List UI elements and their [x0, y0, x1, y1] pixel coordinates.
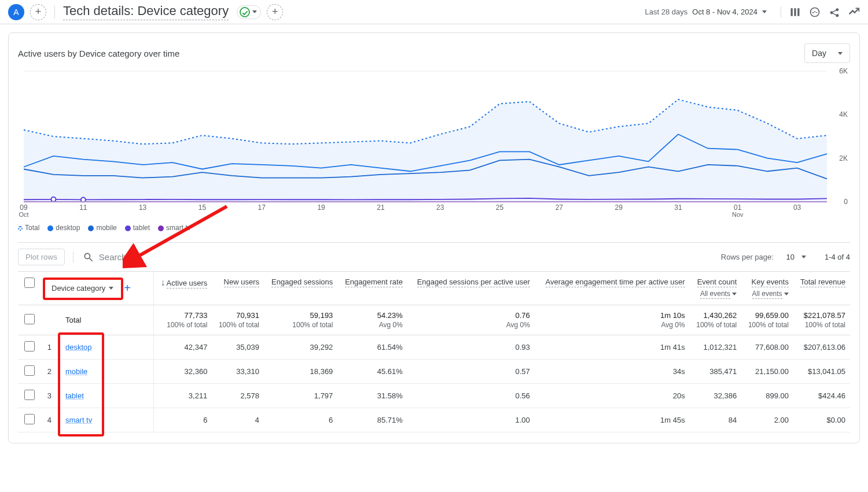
add-filter-button[interactable]: +: [267, 4, 283, 20]
svg-point-5: [51, 197, 56, 202]
cell: 6: [264, 408, 337, 432]
totals-cell: 59,193100% of total: [264, 305, 337, 335]
row-checkbox[interactable]: [24, 365, 35, 376]
chevron-down-icon: [801, 256, 806, 258]
chart-container: 02K4K6K09Oct111315171921232527293101Nov0…: [18, 68, 850, 218]
cell: 35,039: [212, 335, 264, 360]
row-name[interactable]: tablet: [61, 384, 153, 408]
realtime-icon[interactable]: [809, 6, 821, 18]
column-total-revenue[interactable]: Total revenue: [793, 272, 850, 305]
dimension-label: Device category: [52, 284, 105, 293]
svg-text:6K: 6K: [839, 68, 848, 75]
report-panel: Active users by Device category over tim…: [8, 32, 860, 443]
totals-cell: 0.76Avg 0%: [407, 305, 535, 335]
row-index: 4: [41, 408, 61, 432]
totals-cell: 54.23%Avg 0%: [337, 305, 407, 335]
svg-text:4K: 4K: [839, 110, 848, 119]
column-engagement-rate[interactable]: Engagement rate: [337, 272, 407, 305]
cell: 39,292: [264, 335, 337, 360]
cell: 32,386: [690, 384, 742, 408]
table-row: 2 mobile 32,360 33,310 18,369 45.61% 0.5…: [18, 360, 850, 384]
cell: 1,012,321: [690, 335, 742, 360]
svg-text:19: 19: [317, 204, 325, 212]
row-name[interactable]: desktop: [61, 335, 153, 360]
row-checkbox[interactable]: [24, 390, 35, 400]
cell: 21,150.00: [741, 360, 793, 384]
search-icon: [83, 251, 94, 263]
cell: 0.56: [407, 384, 535, 408]
svg-text:0: 0: [844, 198, 848, 206]
legend-item-total[interactable]: Total: [18, 224, 39, 232]
column-avg-engagement-time[interactable]: Average engagement time per active user: [535, 272, 690, 305]
rows-per-page-label: Rows per page:: [721, 253, 774, 261]
column-active-users[interactable]: ↓Active users: [153, 272, 212, 305]
column-key-events[interactable]: Key eventsAll events: [741, 272, 793, 305]
share-icon[interactable]: [829, 6, 840, 18]
cell: 2,578: [212, 384, 264, 408]
cell: $424.46: [793, 384, 850, 408]
svg-text:2K: 2K: [839, 154, 848, 162]
row-checkbox[interactable]: [24, 314, 35, 324]
svg-text:13: 13: [139, 204, 147, 212]
svg-text:23: 23: [436, 204, 444, 212]
svg-text:01: 01: [734, 204, 742, 212]
svg-text:21: 21: [377, 204, 385, 212]
legend-item-smarttv[interactable]: smart tv: [158, 224, 191, 232]
compare-columns-icon[interactable]: [789, 6, 801, 18]
legend-item-desktop[interactable]: desktop: [47, 224, 80, 232]
svg-text:25: 25: [496, 204, 504, 212]
cell: 85.71%: [337, 408, 407, 432]
granularity-select[interactable]: Day: [804, 43, 850, 63]
cell: 0.93: [407, 335, 535, 360]
chart-title: Active users by Device category over tim…: [18, 49, 179, 58]
plot-rows-button[interactable]: Plot rows: [18, 249, 65, 265]
insights-icon[interactable]: [848, 6, 860, 18]
chevron-down-icon: [838, 52, 843, 55]
row-name[interactable]: smart tv: [61, 408, 153, 432]
row-index: 2: [41, 360, 61, 384]
search-input[interactable]: [99, 252, 192, 262]
table-row: 3 tablet 3,211 2,578 1,797 31.58% 0.56 2…: [18, 384, 850, 408]
select-all-checkbox[interactable]: [24, 278, 35, 288]
totals-cell: 70,931100% of total: [212, 305, 264, 335]
cell: 45.61%: [337, 360, 407, 384]
cell: 1,797: [264, 384, 337, 408]
sort-descending-icon: ↓: [161, 278, 167, 287]
row-checkbox[interactable]: [24, 414, 35, 424]
rows-per-page[interactable]: Rows per page: 10 1-4 of 4: [721, 253, 850, 261]
rows-per-page-value: 10: [781, 253, 795, 261]
cell: 6: [153, 408, 212, 432]
chevron-down-icon: [109, 287, 113, 290]
date-range-prefix: Last 28 days: [645, 8, 688, 16]
totals-cell: 1m 10sAvg 0%: [535, 305, 690, 335]
totals-label: Total: [61, 305, 153, 335]
cell: 18,369: [264, 360, 337, 384]
date-range-picker[interactable]: Last 28 days Oct 8 - Nov 4, 2024: [645, 8, 767, 16]
search-box[interactable]: [73, 251, 713, 263]
avatar[interactable]: A: [8, 4, 24, 20]
cell: 61.54%: [337, 335, 407, 360]
column-new-users[interactable]: New users: [212, 272, 264, 305]
cell: 4: [212, 408, 264, 432]
chevron-down-icon: [784, 293, 789, 295]
cell: 42,347: [153, 335, 212, 360]
row-name[interactable]: mobile: [61, 360, 153, 384]
dimension-select[interactable]: Device category: [47, 280, 118, 296]
svg-text:27: 27: [556, 204, 564, 212]
row-checkbox[interactable]: [24, 341, 35, 352]
cell: 34s: [535, 360, 690, 384]
status-chip[interactable]: [237, 5, 261, 19]
column-engaged-sessions[interactable]: Engaged sessions: [264, 272, 337, 305]
totals-row: Total 77,733100% of total 70,931100% of …: [18, 305, 850, 335]
add-dimension-button[interactable]: +: [122, 282, 133, 295]
legend-item-tablet[interactable]: tablet: [125, 224, 150, 232]
svg-point-6: [81, 197, 86, 202]
chevron-down-icon: [252, 10, 257, 13]
row-index: 1: [41, 335, 61, 360]
legend-item-mobile[interactable]: mobile: [88, 224, 116, 232]
table-row: 4 smart tv 6 4 6 85.71% 1.00 1m 45s 84 2…: [18, 408, 850, 432]
column-engaged-per-user[interactable]: Engaged sessions per active user: [407, 272, 535, 305]
table-toolbar: Plot rows Rows per page: 10 1-4 of 4: [18, 242, 850, 271]
add-segment-button[interactable]: +: [30, 4, 46, 20]
column-event-count[interactable]: Event countAll events: [690, 272, 742, 305]
